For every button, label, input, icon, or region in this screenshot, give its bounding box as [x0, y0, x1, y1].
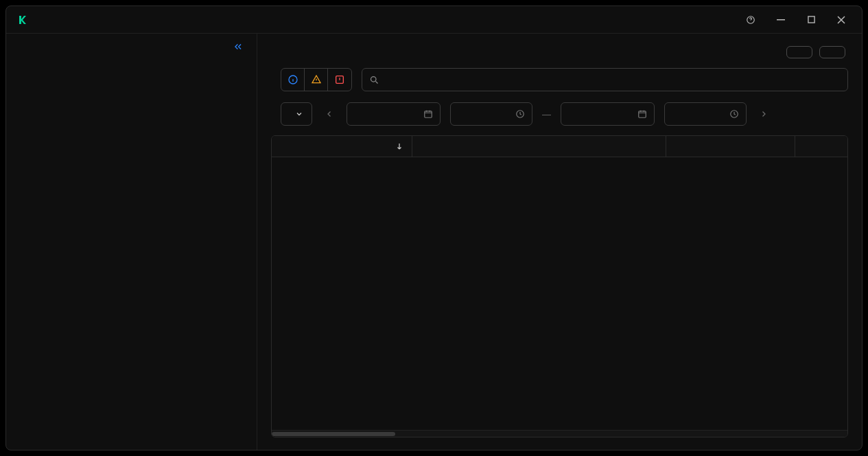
main-header — [257, 34, 862, 68]
close-button[interactable] — [826, 6, 856, 34]
main-panel: — — [257, 34, 862, 450]
date-to-input[interactable] — [561, 102, 655, 126]
period-select[interactable] — [281, 102, 312, 126]
clock-icon — [729, 109, 739, 119]
priority-toggle-group — [281, 68, 352, 91]
filter-row — [257, 68, 862, 100]
col-header-event[interactable] — [412, 136, 666, 157]
events-table — [271, 135, 848, 437]
period-prev-button[interactable] — [322, 106, 337, 122]
app-logo-icon — [17, 14, 28, 25]
priority-critical-toggle[interactable] — [328, 69, 351, 91]
search-input[interactable] — [385, 75, 841, 85]
time-from-input[interactable] — [450, 102, 532, 126]
svg-rect-8 — [639, 111, 646, 117]
calendar-icon — [423, 109, 433, 119]
col-header-date[interactable] — [272, 136, 412, 157]
period-next-button[interactable] — [756, 106, 771, 122]
svg-rect-2 — [808, 16, 814, 23]
chevron-down-icon — [295, 110, 303, 118]
range-separator: — — [542, 109, 551, 119]
horizontal-scrollbar[interactable] — [272, 430, 847, 437]
col-header-user[interactable] — [666, 136, 795, 157]
period-row: — — [257, 100, 862, 135]
sort-desc-icon — [395, 142, 403, 150]
maximize-button[interactable] — [796, 6, 826, 34]
save-report-button[interactable] — [819, 46, 845, 58]
clock-icon — [515, 109, 525, 119]
calendar-icon — [637, 109, 647, 119]
svg-rect-6 — [425, 111, 432, 117]
table-header-row — [272, 136, 847, 157]
svg-point-5 — [371, 76, 377, 82]
update-button[interactable] — [786, 46, 812, 58]
priority-warning-toggle[interactable] — [305, 69, 328, 91]
svg-rect-1 — [777, 19, 785, 21]
sidebar — [6, 34, 257, 450]
priority-info-toggle[interactable] — [281, 69, 305, 91]
col-header-object[interactable] — [795, 136, 847, 157]
titlebar — [6, 6, 862, 34]
time-to-input[interactable] — [664, 102, 747, 126]
search-box[interactable] — [362, 68, 848, 91]
help-button[interactable] — [736, 6, 766, 34]
date-from-input[interactable] — [347, 102, 441, 126]
search-icon — [369, 75, 379, 85]
minimize-button[interactable] — [766, 6, 796, 34]
collapse-sidebar-button[interactable] — [229, 39, 247, 54]
